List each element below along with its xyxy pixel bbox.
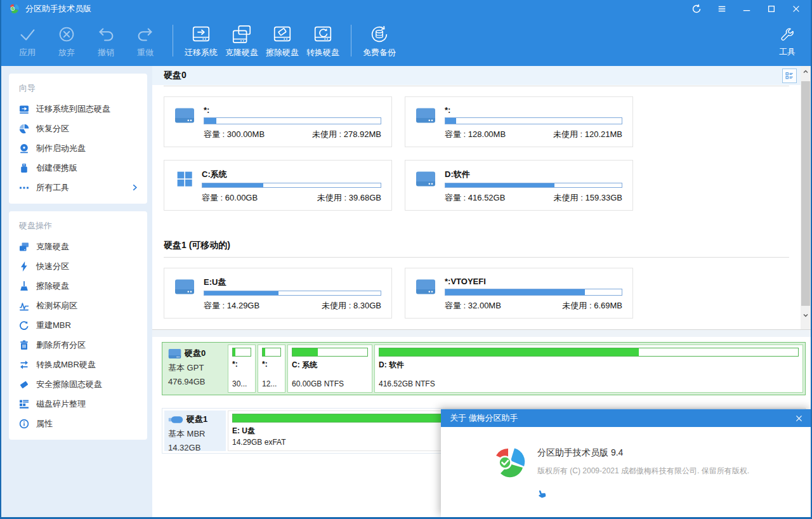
migrate-system-icon (190, 23, 212, 45)
chevron-right-icon (131, 184, 138, 191)
apply-check-icon (16, 23, 38, 45)
unused-label: 未使用 : 120.21MB (553, 129, 622, 140)
diskmap-disk1-info[interactable]: 硬盘1 基本 MBR 14.32GB (164, 411, 226, 451)
vertical-scrollbar[interactable] (801, 66, 811, 329)
splitter[interactable] (152, 329, 811, 337)
sidebar-item-check-bad-sectors[interactable]: 检测坏扇区 (9, 296, 147, 315)
sidebar-item-all-tools[interactable]: 所有工具 (9, 178, 147, 197)
usage-bar (445, 183, 622, 188)
discard-button[interactable]: 放弃 (47, 23, 86, 58)
diskmap-block-d[interactable]: D: 软件 416.52GB NTFS (374, 345, 803, 393)
apply-button[interactable]: 应用 (8, 23, 47, 58)
usage-bar (204, 291, 381, 296)
tools-button[interactable]: 工具 (773, 24, 802, 58)
usage-bar (445, 289, 622, 296)
portable-version-icon (19, 163, 29, 173)
scroll-up-button[interactable] (801, 66, 811, 77)
convert-to-mbr-icon (19, 360, 29, 370)
usage-bar (202, 183, 381, 188)
disk0-header: 硬盘0 (164, 70, 187, 81)
wrench-icon (778, 27, 796, 44)
maximize-icon[interactable] (767, 4, 776, 13)
disk-type: 基本 GPT (168, 362, 225, 374)
convert-disk-button[interactable]: 转换硬盘 (303, 23, 343, 58)
partition-card-c[interactable]: C:系统 容量 : 60.00GB 未使用 : 39.68GB (164, 160, 392, 211)
usb-drive-icon (168, 416, 183, 424)
partition-card-esp[interactable]: *: 容量 : 300.00MB 未使用 : 278.92MB (164, 96, 392, 147)
title-bar: 分区助手技术员版 (1, 0, 811, 18)
sidebar-item-delete-all-partitions[interactable]: 删除所有分区 (9, 335, 147, 355)
unused-label: 未使用 : 8.30GB (322, 300, 381, 312)
partition-card-vtoyefi[interactable]: *:VTOYEFI 容量 : 32.00MB 未使用 : 6.69MB (405, 268, 633, 319)
sidebar-item-properties[interactable]: 属性 (9, 414, 147, 433)
diskmap-row-disk0[interactable]: 硬盘0 基本 GPT 476.94GB *: 30... *: 12... (162, 342, 806, 395)
close-icon[interactable] (792, 4, 801, 13)
disk-size: 14.32GB (168, 443, 225, 452)
disk1-header: 硬盘1 (可移动的) (152, 211, 801, 256)
diskmap-block-c[interactable]: C: 系统 60.00GB NTFS (287, 345, 372, 393)
disk0-header-strip: 硬盘0 (152, 66, 801, 85)
menu-icon[interactable] (717, 4, 726, 13)
quick-partition-icon (19, 261, 29, 272)
disk-icon (168, 348, 181, 359)
chevron-down-icon (802, 312, 809, 319)
convert-disk-icon (312, 23, 334, 45)
windows-logo-icon (176, 171, 193, 187)
app-logo-icon (9, 4, 20, 14)
redo-button[interactable]: 重做 (126, 23, 165, 58)
sidebar-item-quick-partition[interactable]: 快速分区 (9, 256, 147, 276)
diskmap-block-esp[interactable]: *: 30... (228, 345, 256, 393)
sidebar-item-portable-version[interactable]: 创建便携版 (9, 158, 147, 178)
scroll-down-button[interactable] (801, 310, 811, 320)
sidebar-section-disk-operations: 硬盘操作 克隆硬盘 快速分区 擦除硬盘 检测坏扇区 (9, 211, 147, 440)
usage-bar (204, 117, 381, 124)
sidebar-item-convert-to-mbr[interactable]: 转换成MBR硬盘 (9, 355, 147, 374)
unused-label: 未使用 : 278.92MB (312, 129, 381, 140)
diskmap-block-msr[interactable]: *: 12... (258, 345, 285, 393)
partition-card-e[interactable]: E:U盘 容量 : 14.29GB 未使用 : 8.30GB (164, 268, 392, 319)
dialog-close-icon[interactable] (795, 414, 803, 423)
app-title: 分区助手技术员版 (25, 3, 91, 15)
disk-icon (174, 279, 195, 295)
sidebar-item-secure-erase-ssd[interactable]: 安全擦除固态硬盘 (9, 374, 147, 394)
section-title: 硬盘操作 (9, 216, 147, 237)
wipe-disk-icon (272, 23, 293, 45)
bootable-media-icon (19, 143, 29, 154)
toolbar-separator (173, 25, 173, 56)
sidebar-item-clone-disk[interactable]: 克隆硬盘 (9, 237, 147, 256)
unused-label: 未使用 : 159.33GB (554, 192, 622, 204)
clone-disk-button[interactable]: 克隆硬盘 (221, 23, 262, 58)
discard-icon (56, 23, 77, 45)
migrate-system-button[interactable]: 迁移系统 (181, 23, 221, 58)
unused-label: 未使用 : 6.69MB (562, 300, 622, 312)
diskmap-disk0-info[interactable]: 硬盘0 基本 GPT 476.94GB (164, 345, 226, 393)
undo-icon (95, 23, 117, 45)
sidebar-section-wizards: 向导 迁移系统到固态硬盘 恢复分区 制作启动光盘 创建便携版 (9, 74, 147, 204)
sidebar-item-migrate-ssd[interactable]: 迁移系统到固态硬盘 (9, 99, 147, 119)
copyright-text: 版权所有 (C) 2009-2021 成都傲梅科技有限公司. 保留所有版权. (537, 466, 749, 476)
sidebar-item-defrag[interactable]: 磁盘碎片整理 (9, 394, 147, 414)
refresh-icon[interactable] (691, 4, 702, 14)
dialog-title-bar: 关于 傲梅分区助手 (441, 409, 811, 427)
sidebar: 向导 迁移系统到固态硬盘 恢复分区 制作启动光盘 创建便携版 (1, 66, 152, 517)
sidebar-item-rebuild-mbr[interactable]: 重建MBR (9, 315, 147, 335)
free-backup-button[interactable]: 免费备份 (359, 23, 400, 58)
rebuild-mbr-icon (19, 320, 29, 331)
sidebar-item-bootable-media[interactable]: 制作启动光盘 (9, 138, 147, 158)
undo-button[interactable]: 撤销 (86, 23, 126, 58)
all-tools-icon (19, 183, 29, 193)
capacity-label: 容量 : 416.52GB (445, 192, 505, 204)
partition-card-msr[interactable]: *: 容量 : 128.00MB 未使用 : 120.21MB (405, 96, 633, 147)
section-title: 向导 (9, 79, 147, 99)
partition-card-d[interactable]: D:软件 容量 : 416.52GB 未使用 : 159.33GB (405, 160, 633, 211)
toolbar: 应用 放弃 撤销 重做 迁移系统 克隆硬盘 擦除硬盘 转换硬盘 (1, 18, 811, 66)
unused-label: 未使用 : 39.68GB (317, 192, 381, 204)
wipe-disk-button[interactable]: 擦除硬盘 (262, 23, 303, 58)
delete-all-partitions-icon (19, 340, 29, 350)
capacity-label: 容量 : 32.00MB (445, 300, 501, 312)
minimize-icon[interactable] (742, 4, 751, 13)
view-mode-button[interactable] (782, 69, 797, 83)
scrollbar-thumb[interactable] (801, 81, 810, 306)
sidebar-item-recover-partition[interactable]: 恢复分区 (9, 119, 147, 138)
sidebar-item-wipe-disk[interactable]: 擦除硬盘 (9, 276, 147, 296)
